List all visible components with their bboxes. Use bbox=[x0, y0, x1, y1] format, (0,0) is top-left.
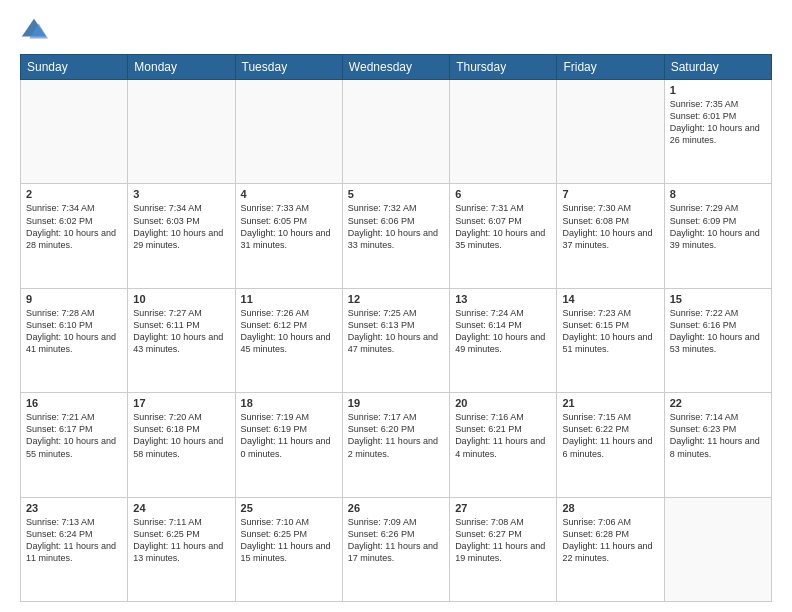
calendar-cell: 8Sunrise: 7:29 AM Sunset: 6:09 PM Daylig… bbox=[664, 184, 771, 288]
cell-content: Sunrise: 7:32 AM Sunset: 6:06 PM Dayligh… bbox=[348, 202, 444, 251]
calendar-cell: 20Sunrise: 7:16 AM Sunset: 6:21 PM Dayli… bbox=[450, 393, 557, 497]
calendar-week-row: 23Sunrise: 7:13 AM Sunset: 6:24 PM Dayli… bbox=[21, 497, 772, 601]
day-number: 7 bbox=[562, 188, 658, 200]
cell-content: Sunrise: 7:35 AM Sunset: 6:01 PM Dayligh… bbox=[670, 98, 766, 147]
calendar-day-header: Monday bbox=[128, 55, 235, 80]
day-number: 16 bbox=[26, 397, 122, 409]
calendar-cell: 25Sunrise: 7:10 AM Sunset: 6:25 PM Dayli… bbox=[235, 497, 342, 601]
day-number: 19 bbox=[348, 397, 444, 409]
calendar-cell: 15Sunrise: 7:22 AM Sunset: 6:16 PM Dayli… bbox=[664, 288, 771, 392]
day-number: 18 bbox=[241, 397, 337, 409]
calendar-cell: 27Sunrise: 7:08 AM Sunset: 6:27 PM Dayli… bbox=[450, 497, 557, 601]
calendar-cell bbox=[450, 80, 557, 184]
cell-content: Sunrise: 7:10 AM Sunset: 6:25 PM Dayligh… bbox=[241, 516, 337, 565]
calendar-cell bbox=[235, 80, 342, 184]
calendar-cell: 9Sunrise: 7:28 AM Sunset: 6:10 PM Daylig… bbox=[21, 288, 128, 392]
logo-icon bbox=[20, 16, 48, 44]
calendar-day-header: Tuesday bbox=[235, 55, 342, 80]
calendar-cell: 6Sunrise: 7:31 AM Sunset: 6:07 PM Daylig… bbox=[450, 184, 557, 288]
cell-content: Sunrise: 7:27 AM Sunset: 6:11 PM Dayligh… bbox=[133, 307, 229, 356]
calendar-cell: 17Sunrise: 7:20 AM Sunset: 6:18 PM Dayli… bbox=[128, 393, 235, 497]
day-number: 9 bbox=[26, 293, 122, 305]
cell-content: Sunrise: 7:21 AM Sunset: 6:17 PM Dayligh… bbox=[26, 411, 122, 460]
cell-content: Sunrise: 7:30 AM Sunset: 6:08 PM Dayligh… bbox=[562, 202, 658, 251]
calendar-cell: 23Sunrise: 7:13 AM Sunset: 6:24 PM Dayli… bbox=[21, 497, 128, 601]
cell-content: Sunrise: 7:19 AM Sunset: 6:19 PM Dayligh… bbox=[241, 411, 337, 460]
calendar-cell: 21Sunrise: 7:15 AM Sunset: 6:22 PM Dayli… bbox=[557, 393, 664, 497]
calendar-week-row: 9Sunrise: 7:28 AM Sunset: 6:10 PM Daylig… bbox=[21, 288, 772, 392]
day-number: 1 bbox=[670, 84, 766, 96]
calendar-cell: 24Sunrise: 7:11 AM Sunset: 6:25 PM Dayli… bbox=[128, 497, 235, 601]
calendar-cell: 5Sunrise: 7:32 AM Sunset: 6:06 PM Daylig… bbox=[342, 184, 449, 288]
calendar-header-row: SundayMondayTuesdayWednesdayThursdayFrid… bbox=[21, 55, 772, 80]
calendar-cell: 7Sunrise: 7:30 AM Sunset: 6:08 PM Daylig… bbox=[557, 184, 664, 288]
day-number: 20 bbox=[455, 397, 551, 409]
calendar-cell: 4Sunrise: 7:33 AM Sunset: 6:05 PM Daylig… bbox=[235, 184, 342, 288]
day-number: 8 bbox=[670, 188, 766, 200]
calendar-cell: 26Sunrise: 7:09 AM Sunset: 6:26 PM Dayli… bbox=[342, 497, 449, 601]
calendar-cell: 18Sunrise: 7:19 AM Sunset: 6:19 PM Dayli… bbox=[235, 393, 342, 497]
calendar-cell: 19Sunrise: 7:17 AM Sunset: 6:20 PM Dayli… bbox=[342, 393, 449, 497]
cell-content: Sunrise: 7:20 AM Sunset: 6:18 PM Dayligh… bbox=[133, 411, 229, 460]
cell-content: Sunrise: 7:15 AM Sunset: 6:22 PM Dayligh… bbox=[562, 411, 658, 460]
calendar-day-header: Thursday bbox=[450, 55, 557, 80]
calendar-cell: 14Sunrise: 7:23 AM Sunset: 6:15 PM Dayli… bbox=[557, 288, 664, 392]
day-number: 11 bbox=[241, 293, 337, 305]
cell-content: Sunrise: 7:13 AM Sunset: 6:24 PM Dayligh… bbox=[26, 516, 122, 565]
day-number: 17 bbox=[133, 397, 229, 409]
cell-content: Sunrise: 7:16 AM Sunset: 6:21 PM Dayligh… bbox=[455, 411, 551, 460]
calendar-cell: 10Sunrise: 7:27 AM Sunset: 6:11 PM Dayli… bbox=[128, 288, 235, 392]
day-number: 14 bbox=[562, 293, 658, 305]
calendar-week-row: 16Sunrise: 7:21 AM Sunset: 6:17 PM Dayli… bbox=[21, 393, 772, 497]
calendar-cell bbox=[664, 497, 771, 601]
day-number: 12 bbox=[348, 293, 444, 305]
calendar-cell bbox=[21, 80, 128, 184]
day-number: 22 bbox=[670, 397, 766, 409]
calendar-table: SundayMondayTuesdayWednesdayThursdayFrid… bbox=[20, 54, 772, 602]
cell-content: Sunrise: 7:25 AM Sunset: 6:13 PM Dayligh… bbox=[348, 307, 444, 356]
cell-content: Sunrise: 7:23 AM Sunset: 6:15 PM Dayligh… bbox=[562, 307, 658, 356]
day-number: 26 bbox=[348, 502, 444, 514]
calendar-cell bbox=[557, 80, 664, 184]
cell-content: Sunrise: 7:26 AM Sunset: 6:12 PM Dayligh… bbox=[241, 307, 337, 356]
calendar-cell: 11Sunrise: 7:26 AM Sunset: 6:12 PM Dayli… bbox=[235, 288, 342, 392]
day-number: 25 bbox=[241, 502, 337, 514]
day-number: 23 bbox=[26, 502, 122, 514]
calendar-week-row: 1Sunrise: 7:35 AM Sunset: 6:01 PM Daylig… bbox=[21, 80, 772, 184]
cell-content: Sunrise: 7:09 AM Sunset: 6:26 PM Dayligh… bbox=[348, 516, 444, 565]
cell-content: Sunrise: 7:34 AM Sunset: 6:02 PM Dayligh… bbox=[26, 202, 122, 251]
cell-content: Sunrise: 7:24 AM Sunset: 6:14 PM Dayligh… bbox=[455, 307, 551, 356]
day-number: 5 bbox=[348, 188, 444, 200]
day-number: 15 bbox=[670, 293, 766, 305]
calendar-day-header: Sunday bbox=[21, 55, 128, 80]
page-container: SundayMondayTuesdayWednesdayThursdayFrid… bbox=[0, 0, 792, 612]
day-number: 28 bbox=[562, 502, 658, 514]
cell-content: Sunrise: 7:33 AM Sunset: 6:05 PM Dayligh… bbox=[241, 202, 337, 251]
cell-content: Sunrise: 7:31 AM Sunset: 6:07 PM Dayligh… bbox=[455, 202, 551, 251]
cell-content: Sunrise: 7:08 AM Sunset: 6:27 PM Dayligh… bbox=[455, 516, 551, 565]
cell-content: Sunrise: 7:34 AM Sunset: 6:03 PM Dayligh… bbox=[133, 202, 229, 251]
calendar-cell bbox=[128, 80, 235, 184]
cell-content: Sunrise: 7:28 AM Sunset: 6:10 PM Dayligh… bbox=[26, 307, 122, 356]
calendar-cell: 12Sunrise: 7:25 AM Sunset: 6:13 PM Dayli… bbox=[342, 288, 449, 392]
day-number: 13 bbox=[455, 293, 551, 305]
calendar-cell: 3Sunrise: 7:34 AM Sunset: 6:03 PM Daylig… bbox=[128, 184, 235, 288]
day-number: 21 bbox=[562, 397, 658, 409]
logo bbox=[20, 16, 52, 44]
day-number: 27 bbox=[455, 502, 551, 514]
calendar-cell: 28Sunrise: 7:06 AM Sunset: 6:28 PM Dayli… bbox=[557, 497, 664, 601]
day-number: 2 bbox=[26, 188, 122, 200]
day-number: 3 bbox=[133, 188, 229, 200]
calendar-cell bbox=[342, 80, 449, 184]
day-number: 4 bbox=[241, 188, 337, 200]
day-number: 24 bbox=[133, 502, 229, 514]
cell-content: Sunrise: 7:22 AM Sunset: 6:16 PM Dayligh… bbox=[670, 307, 766, 356]
cell-content: Sunrise: 7:14 AM Sunset: 6:23 PM Dayligh… bbox=[670, 411, 766, 460]
cell-content: Sunrise: 7:11 AM Sunset: 6:25 PM Dayligh… bbox=[133, 516, 229, 565]
calendar-day-header: Wednesday bbox=[342, 55, 449, 80]
calendar-cell: 16Sunrise: 7:21 AM Sunset: 6:17 PM Dayli… bbox=[21, 393, 128, 497]
cell-content: Sunrise: 7:17 AM Sunset: 6:20 PM Dayligh… bbox=[348, 411, 444, 460]
day-number: 6 bbox=[455, 188, 551, 200]
day-number: 10 bbox=[133, 293, 229, 305]
calendar-cell: 13Sunrise: 7:24 AM Sunset: 6:14 PM Dayli… bbox=[450, 288, 557, 392]
